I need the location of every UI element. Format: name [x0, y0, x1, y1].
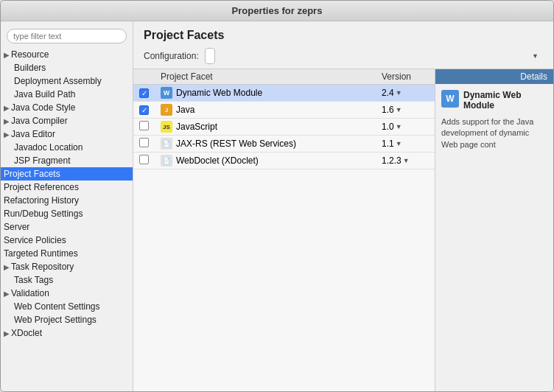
sidebar-item-label: XDoclet — [11, 328, 42, 338]
sidebar-item-targeted-runtimes[interactable]: Targeted Runtimes — [1, 247, 133, 260]
sidebar-item-java-build-path[interactable]: Java Build Path — [1, 88, 133, 101]
arrow-icon: ▶ — [4, 104, 10, 112]
sidebar-item-label: Server — [4, 222, 29, 232]
facet-name-cell: 📄WebDoclet (XDoclet) — [155, 153, 376, 169]
table-row[interactable]: ✓WDynamic Web Module2.4▼ — [133, 85, 435, 102]
main-content: ▶ ResourceBuildersDeployment AssemblyJav… — [1, 21, 553, 391]
sidebar-item-label: Resource — [11, 49, 49, 60]
web-module-icon: W — [161, 87, 172, 99]
sidebar-item-label: Targeted Runtimes — [4, 248, 78, 259]
sidebar-item-label: Project References — [4, 182, 79, 192]
facet-name: JavaScript — [176, 122, 217, 132]
right-panel: Project Facets Configuration: Project Fa… — [133, 21, 553, 391]
panel-title: Project Facets — [144, 29, 543, 42]
filter-input[interactable] — [7, 29, 127, 43]
details-big-icon: W — [441, 90, 459, 108]
sidebar-item-builders[interactable]: Builders — [1, 61, 133, 74]
facet-version: 1.2.3 — [382, 155, 402, 166]
details-name: Dynamic Web Module — [463, 90, 547, 111]
details-panel: Details W Dynamic Web Module Adds suppor… — [435, 69, 553, 391]
panel-header: Project Facets Configuration: — [133, 21, 553, 69]
sidebar-items: ▶ ResourceBuildersDeployment AssemblyJav… — [1, 48, 133, 340]
table-row[interactable]: 📄JAX-RS (REST Web Services)1.1▼ — [133, 136, 435, 153]
facet-version-cell: 1.2.3▼ — [376, 153, 435, 169]
sidebar-item-java-editor[interactable]: ▶ Java Editor — [1, 127, 133, 141]
sidebar-item-resource[interactable]: ▶ Resource — [1, 48, 133, 61]
sidebar-item-service-policies[interactable]: Service Policies — [1, 234, 133, 247]
version-dropdown-arrow-icon[interactable]: ▼ — [396, 123, 402, 130]
facet-version: 2.4 — [382, 88, 394, 98]
sidebar-item-java-compiler[interactable]: ▶ Java Compiler — [1, 114, 133, 127]
facet-checkbox[interactable]: ✓ — [139, 105, 149, 115]
sidebar-item-label: Run/Debug Settings — [4, 209, 83, 219]
facet-version: 1.0 — [382, 122, 394, 132]
sidebar-item-web-content-settings[interactable]: Web Content Settings — [1, 300, 133, 313]
facet-version-cell: 1.6▼ — [376, 102, 435, 119]
sidebar-item-label: Java Editor — [11, 129, 55, 139]
document-icon: 📄 — [161, 138, 172, 150]
facet-name-cell: 📄JAX-RS (REST Web Services) — [155, 136, 376, 153]
sidebar-item-label: Builders — [14, 63, 46, 73]
version-dropdown-arrow-icon[interactable]: ▼ — [403, 157, 410, 164]
sidebar-item-label: Java Build Path — [14, 89, 75, 99]
config-select[interactable] — [205, 48, 215, 64]
sidebar-item-project-facets[interactable]: Project Facets — [1, 167, 133, 181]
sidebar-item-label: Task Tags — [14, 275, 53, 285]
facet-name: Java — [176, 105, 194, 115]
facets-tbody: ✓WDynamic Web Module2.4▼✓JJava1.6▼JSJava… — [133, 85, 435, 169]
table-row[interactable]: 📄WebDoclet (XDoclet)1.2.3▼ — [133, 153, 435, 169]
facet-checkbox-cell — [133, 136, 155, 153]
facet-name: Dynamic Web Module — [176, 88, 262, 98]
facet-name: WebDoclet (XDoclet) — [176, 155, 259, 166]
version-dropdown-arrow-icon[interactable]: ▼ — [396, 140, 402, 147]
sidebar-item-server[interactable]: Server — [1, 220, 133, 234]
sidebar-item-xdoclet[interactable]: ▶ XDoclet — [1, 326, 133, 340]
details-icon-row: W Dynamic Web Module — [441, 90, 547, 111]
titlebar: Properties for zeprs — [1, 1, 553, 21]
window-title: Properties for zeprs — [232, 5, 323, 16]
sidebar-item-label: Java Compiler — [11, 116, 68, 126]
facet-checkbox-cell: ✓ — [133, 102, 155, 119]
sidebar-item-label: Web Project Settings — [14, 315, 97, 325]
facet-checkbox[interactable] — [139, 155, 149, 164]
arrow-icon: ▶ — [4, 329, 10, 337]
sidebar-item-label: Refactoring History — [4, 195, 79, 206]
facet-checkbox-cell: ✓ — [133, 85, 155, 102]
sidebar-item-validation[interactable]: ▶ Validation — [1, 287, 133, 300]
config-row: Configuration: — [144, 48, 543, 64]
config-select-wrap — [205, 48, 543, 64]
sidebar-item-task-repository[interactable]: ▶ Task Repository — [1, 260, 133, 273]
sidebar-item-java-code-style[interactable]: ▶ Java Code Style — [1, 101, 133, 114]
document-icon: 📄 — [161, 155, 172, 167]
sidebar-item-refactoring-history[interactable]: Refactoring History — [1, 194, 133, 207]
facet-checkbox[interactable] — [139, 121, 149, 130]
arrow-icon: ▶ — [4, 51, 10, 59]
sidebar-item-run-debug-settings[interactable]: Run/Debug Settings — [1, 207, 133, 220]
version-dropdown-arrow-icon[interactable]: ▼ — [396, 89, 402, 97]
arrow-icon: ▶ — [4, 263, 10, 271]
sidebar-item-project-references[interactable]: Project References — [1, 181, 133, 194]
facets-area: Project Facet Version ✓WDynamic Web Modu… — [133, 69, 435, 391]
sidebar-item-task-tags[interactable]: Task Tags — [1, 273, 133, 287]
sidebar-item-deployment-assembly[interactable]: Deployment Assembly — [1, 74, 133, 88]
sidebar-item-jsp-fragment[interactable]: JSP Fragment — [1, 154, 133, 167]
version-dropdown-arrow-icon[interactable]: ▼ — [396, 106, 402, 113]
facets-table: Project Facet Version ✓WDynamic Web Modu… — [133, 69, 435, 169]
facet-version-cell: 1.0▼ — [376, 119, 435, 136]
filter-wrap — [1, 26, 133, 48]
facet-name-cell: JSJavaScript — [155, 119, 376, 136]
table-row[interactable]: ✓JJava1.6▼ — [133, 102, 435, 119]
details-desc: Adds support for the Java development of… — [441, 116, 547, 150]
sidebar-item-label: Task Repository — [11, 262, 74, 272]
facet-name: JAX-RS (REST Web Services) — [176, 139, 296, 149]
table-row[interactable]: JSJavaScript1.0▼ — [133, 119, 435, 136]
facet-checkbox[interactable]: ✓ — [139, 88, 149, 98]
javascript-icon: JS — [161, 121, 172, 133]
facet-checkbox[interactable] — [139, 138, 149, 147]
sidebar-item-label: Validation — [11, 288, 49, 298]
sidebar-item-web-project-settings[interactable]: Web Project Settings — [1, 313, 133, 326]
java-icon: J — [161, 104, 172, 116]
sidebar-item-javadoc-location[interactable]: Javadoc Location — [1, 141, 133, 154]
facet-checkbox-cell — [133, 119, 155, 136]
details-content: W Dynamic Web Module Adds support for th… — [435, 84, 553, 156]
